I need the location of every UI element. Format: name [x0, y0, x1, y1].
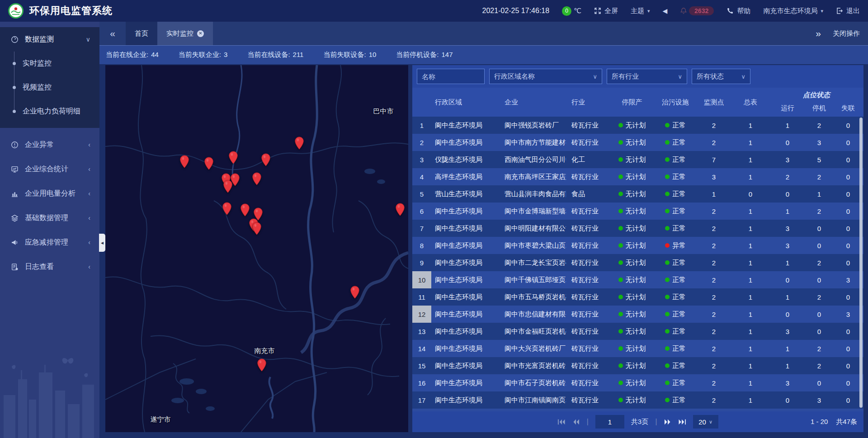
limit-status-dot: [618, 123, 623, 127]
theme-dropdown[interactable]: 主题 ▾: [631, 7, 650, 15]
region-filter-select[interactable]: 行政区域名称 ∨: [489, 69, 602, 84]
table-row[interactable]: 11 阆中生态环境局 阆中市五马桥页岩机砖 砖瓦行业 无计划: [412, 288, 863, 306]
cell-lost: 0: [833, 220, 863, 237]
row-index-cell: 9: [412, 254, 431, 271]
tab-close-icon[interactable]: ✕: [197, 30, 204, 37]
sidebar-item-video-monitor[interactable]: 视频监控: [0, 75, 99, 99]
cell-lost: 0: [833, 323, 863, 340]
next-page-button[interactable]: [664, 419, 672, 425]
prev-page-button[interactable]: [572, 419, 580, 425]
cell-facility-status: 正常: [655, 203, 696, 220]
row-index-cell: 7: [412, 220, 431, 237]
notification-button[interactable]: 2632: [680, 6, 714, 15]
tabs-scroll-left-button[interactable]: «: [99, 22, 126, 45]
close-operations-button[interactable]: 关闭操作: [833, 29, 860, 38]
cell-meters: 1: [731, 306, 769, 323]
table-row[interactable]: 16 阆中生态环境局 阆中市石子页岩机砖厂 砖瓦行业 无计划: [412, 374, 863, 391]
sidebar-item-data-monitoring[interactable]: 数据监测 ∨: [0, 27, 99, 52]
divider: |: [586, 417, 588, 426]
sidebar-item-emergency-reduction[interactable]: 应急减排管理 ‹: [0, 230, 99, 254]
cell-points: 2: [696, 323, 731, 340]
cell-region: 阆中生态环境局: [431, 288, 495, 306]
org-dropdown[interactable]: 南充市生态环境局 ▾: [763, 7, 823, 15]
volume-button[interactable]: ◀: [663, 7, 668, 14]
table-row[interactable]: 1 阆中生态环境局 阆中强锐页岩砖厂 砖瓦行业 无计划: [412, 117, 863, 134]
sidebar-item-base-data[interactable]: 基础数据管理 ‹: [0, 206, 99, 230]
cell-limit-status: 无计划: [609, 237, 655, 254]
map-pin-icon[interactable]: [228, 151, 238, 165]
cell-lost: 0: [833, 185, 863, 203]
table-row[interactable]: 12 阆中生态环境局 阆中市忠信建材有限公 砖瓦行业 无计划: [412, 306, 863, 323]
table-row[interactable]: 17 阆中生态环境局 阆中市江南镇阆南页岩 砖瓦行业 无计划: [412, 391, 863, 409]
table-row[interactable]: 9 阆中生态环境局 阆中市二龙长宝页岩砖 砖瓦行业 无计划: [412, 254, 863, 271]
cell-run: 1: [769, 340, 806, 357]
map-pin-icon[interactable]: [223, 180, 233, 193]
table-row[interactable]: 5 营山生态环境局 营山县润丰肉食品有限 食品 无计划: [412, 185, 863, 203]
table-row[interactable]: 3 仪陇生态环境局 西南油气田分公司川中 化工 无计划: [412, 151, 863, 168]
col-header-industry: 行业: [566, 88, 609, 117]
table-row[interactable]: 15 阆中生态环境局 阆中市光富页岩机砖厂 砖瓦行业 无计划: [412, 357, 863, 374]
facility-status-dot: [665, 278, 670, 282]
page-size-select[interactable]: 20 ∨: [693, 415, 718, 429]
sidebar-collapse-button[interactable]: ◂: [99, 234, 105, 252]
sidebar-item-enterprise-statistics[interactable]: 企业综合统计 ‹: [0, 157, 99, 181]
table-row[interactable]: 4 高坪生态环境局 南充市高坪区王家店建 砖瓦行业 无计划: [412, 168, 863, 185]
cell-run: 3: [769, 151, 806, 168]
last-page-button[interactable]: [679, 419, 686, 425]
fullscreen-button[interactable]: 全屏: [594, 7, 618, 15]
map-canvas[interactable]: 巴中市 南充市 遂宁市: [105, 65, 408, 432]
bell-icon: [680, 7, 687, 14]
cell-stop: 2: [806, 203, 833, 220]
industry-filter-select[interactable]: 所有行业 ∨: [607, 69, 687, 84]
cell-region: 阆中生态环境局: [431, 391, 495, 409]
map-pin-icon[interactable]: [179, 155, 189, 169]
map-pin-icon[interactable]: [252, 172, 262, 186]
tabs-scroll-right-button[interactable]: »: [816, 28, 821, 39]
map-pin-icon[interactable]: [222, 202, 232, 216]
sidebar-item-power-load-detail[interactable]: 企业电力负荷明细: [0, 99, 99, 123]
map-pin-icon[interactable]: [204, 157, 214, 170]
app-title: 环保用电监管系统: [29, 4, 113, 18]
logout-button[interactable]: 退出: [836, 7, 860, 15]
row-index-cell: 13: [412, 323, 431, 340]
sidebar-item-realtime-monitor[interactable]: 实时监控: [0, 52, 99, 75]
sidebar-group-data-monitoring: 数据监测 ∨ 实时监控 视频监控 企业电力负荷明细: [0, 27, 99, 128]
facility-status-dot: [665, 157, 670, 162]
map-pin-icon[interactable]: [257, 358, 267, 372]
cell-region: 阆中生态环境局: [431, 374, 495, 391]
cell-company: 阆中市光富页岩机砖厂: [495, 357, 566, 374]
map-pin-icon[interactable]: [395, 203, 405, 217]
table-row[interactable]: 14 阆中生态环境局 阆中大兴页岩机砖厂 砖瓦行业 无计划: [412, 340, 863, 357]
name-filter-field[interactable]: [417, 69, 485, 84]
facility-status-dot: [665, 123, 670, 127]
first-page-button[interactable]: [557, 419, 565, 425]
table-row[interactable]: 2 阆中生态环境局 阆中市南方节能建材有 砖瓦行业 无计划: [412, 134, 863, 151]
sidebar-item-power-analysis[interactable]: 企业用电量分析 ‹: [0, 181, 99, 206]
status-filter-select[interactable]: 所有状态 ∨: [692, 69, 750, 84]
table-row[interactable]: 8 阆中生态环境局 阆中市枣碧大梁山页岩 砖瓦行业 无计划: [412, 237, 863, 254]
cell-company: 阆中市枣碧大梁山页岩: [495, 237, 566, 254]
chevron-down-icon: ▾: [647, 8, 650, 14]
alert-circle-icon: [11, 141, 19, 149]
tab-home[interactable]: 首页: [126, 22, 157, 45]
cell-industry: 砖瓦行业: [566, 168, 609, 185]
map-pin-icon[interactable]: [240, 203, 250, 217]
tab-realtime-monitor[interactable]: 实时监控 ✕: [157, 22, 213, 45]
table-scrollbar[interactable]: [859, 118, 863, 408]
limit-status-dot: [618, 346, 623, 351]
help-button[interactable]: 帮助: [726, 7, 750, 15]
table-row[interactable]: 6 阆中生态环境局 阆中市金博瑞新型墙材 砖瓦行业 无计划: [412, 203, 863, 220]
map-pin-icon[interactable]: [261, 153, 271, 167]
table-row[interactable]: 7 阆中生态环境局 阆中明阳建材有限公司 砖瓦行业 无计划: [412, 220, 863, 237]
sidebar-item-enterprise-abnormal[interactable]: 企业异常 ‹: [0, 132, 99, 157]
cell-region: 阆中生态环境局: [431, 203, 495, 220]
page-number-input[interactable]: 1: [595, 415, 624, 429]
map-pin-icon[interactable]: [252, 222, 262, 235]
sidebar-item-log-view[interactable]: 日志查看 ‹: [0, 254, 99, 279]
table-row[interactable]: 13 阆中生态环境局 阆中市金福旺页岩机砖 砖瓦行业 无计划: [412, 323, 863, 340]
table-row[interactable]: 10 阆中生态环境局 阆中千佛镇五郎垭页岩 砖瓦行业 无计划: [412, 271, 863, 288]
map-pin-icon[interactable]: [294, 137, 304, 150]
name-filter-input[interactable]: [422, 73, 480, 80]
map-pin-icon[interactable]: [350, 286, 360, 299]
cell-lost: 0: [833, 340, 863, 357]
